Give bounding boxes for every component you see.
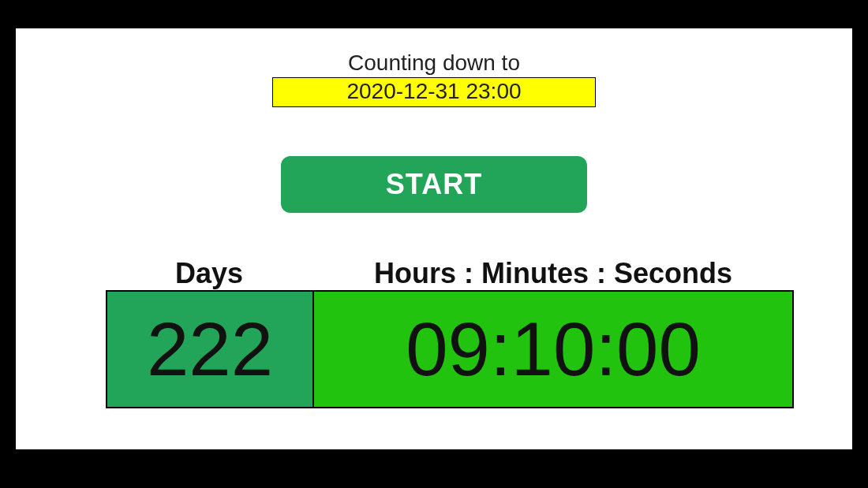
- days-remaining: 222: [107, 292, 314, 407]
- countdown-label: Counting down to: [16, 50, 852, 76]
- hms-header: Hours : Minutes : Seconds: [312, 257, 794, 290]
- days-header: Days: [106, 257, 312, 290]
- start-button[interactable]: START: [281, 156, 587, 213]
- target-datetime-input[interactable]: 2020-12-31 23:00: [272, 77, 596, 107]
- countdown-panel: Counting down to 2020-12-31 23:00 START …: [16, 28, 852, 449]
- hms-remaining: 09:10:00: [314, 292, 792, 407]
